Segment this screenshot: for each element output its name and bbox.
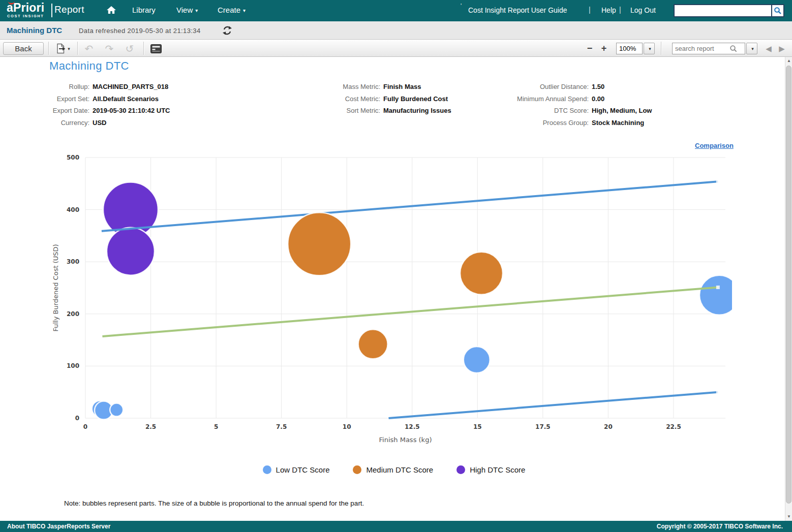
report-meta-column-3: Outlier Distance:1.50 Minimum Annual Spe… (488, 81, 652, 129)
global-search-input[interactable] (674, 4, 771, 17)
meta-value: 2019-05-30 21:10:42 UTC (93, 107, 170, 114)
brand-divider (51, 4, 52, 17)
meta-value: MACHINED_PARTS_018 (93, 83, 168, 90)
report-tab-bar: Machining DTC Data refreshed 2019-05-30 … (0, 21, 792, 40)
bubble-high-dtc-score (107, 228, 155, 275)
x-tick-label: 2.5 (145, 423, 156, 430)
nav-separator: | (619, 6, 621, 14)
meta-label: Process Group: (488, 119, 589, 127)
meta-row: Export Date:2019-05-30 21:10:42 UTC (31, 105, 170, 117)
meta-value: High, Medium, Low (592, 107, 652, 114)
toolbar-divider (48, 42, 49, 55)
vertical-scrollbar[interactable]: ▲ ▼ (785, 57, 792, 521)
copyright-text: Copyright © 2005-2017 TIBCO Software Inc… (657, 521, 783, 532)
nav-logout-link[interactable]: Log Out (630, 6, 656, 14)
options-panel-button[interactable] (147, 42, 165, 55)
y-tick-label: 100 (67, 362, 79, 369)
meta-row: DTC Score:High, Medium, Low (488, 105, 652, 117)
nav-library[interactable]: Library (132, 6, 156, 14)
meta-label: Outlier Distance: (488, 83, 589, 90)
meta-value: Finish Mass (383, 83, 421, 90)
chevron-down-icon: ▾ (243, 8, 246, 13)
meta-label: Export Date: (31, 107, 89, 114)
meta-value: 0.00 (592, 95, 604, 103)
y-tick-label: 300 (67, 258, 79, 265)
export-button[interactable]: ▾ (51, 42, 75, 55)
zoom-level-input[interactable] (616, 43, 643, 54)
nav-tick-mark: ' (461, 3, 462, 9)
zoom-out-button[interactable]: − (584, 42, 596, 55)
meta-value: 1.50 (592, 83, 604, 90)
x-tick-label: 5 (214, 423, 218, 430)
x-tick-label: 0 (83, 423, 87, 430)
report-search-input[interactable] (673, 45, 729, 52)
legend-label: Low DTC Score (276, 465, 330, 474)
nav-user-guide-link[interactable]: Cost Insight Report User Guide (468, 6, 567, 14)
nav-separator: | (589, 6, 591, 14)
nav-help-link[interactable]: Help (601, 6, 616, 14)
legend-dot-icon (353, 465, 361, 474)
trend-line-middle-trend (102, 287, 718, 336)
zoom-level-dropdown[interactable]: ▾ (644, 43, 655, 54)
y-tick-label: 0 (75, 415, 79, 422)
meta-row: Process Group:Stock Machining (488, 117, 652, 129)
meta-label: Minimum Annual Spend: (488, 95, 589, 103)
toolbar-divider (143, 42, 144, 55)
refresh-data-button[interactable] (222, 25, 233, 36)
meta-row: Sort Metric:Manufacturing Issues (310, 105, 451, 117)
meta-value: Fully Burdened Cost (383, 95, 448, 103)
meta-label: Rollup: (31, 83, 89, 90)
meta-value: Stock Machining (592, 119, 644, 127)
revert-button[interactable]: ↺ (120, 42, 139, 55)
scroll-up-icon[interactable]: ▲ (785, 57, 792, 65)
search-icon[interactable] (729, 45, 738, 53)
redo-button[interactable]: ↷ (100, 42, 119, 55)
y-tick-label: 200 (67, 310, 79, 318)
chevron-down-icon: ▾ (649, 46, 651, 51)
toolbar-divider (661, 42, 661, 55)
scroll-down-icon[interactable]: ▼ (785, 513, 792, 521)
report-meta-column-2: Mass Metric:Finish Mass Cost Metric:Full… (310, 81, 451, 117)
meta-row: Mass Metric:Finish Mass (310, 81, 451, 93)
meta-value: USD (93, 119, 106, 127)
bubble-medium-dtc-score (358, 329, 388, 359)
nav-create[interactable]: Create▾ (218, 6, 246, 14)
global-search-button[interactable] (771, 4, 784, 17)
undo-button[interactable]: ↶ (79, 42, 99, 55)
legend-label: Medium DTC Score (366, 465, 433, 474)
home-button[interactable] (106, 5, 116, 16)
meta-label: Cost Metric: (310, 95, 380, 103)
nav-view[interactable]: View▾ (176, 6, 198, 14)
report-tab-title[interactable]: Machining DTC (7, 26, 62, 35)
report-search-box (672, 43, 745, 54)
chart-legend: Low DTC ScoreMedium DTC ScoreHigh DTC Sc… (51, 465, 737, 474)
trend-line-lower-trend (388, 392, 718, 418)
scrollbar-thumb[interactable] (786, 66, 791, 504)
about-link[interactable]: About TIBCO JasperReports Server (7, 521, 110, 532)
bubble-low-dtc-score (464, 347, 490, 373)
search-icon (774, 7, 782, 15)
comparison-link[interactable]: Comparison (695, 142, 734, 149)
legend-dot-icon (263, 465, 271, 474)
previous-page-button[interactable]: ◀ (764, 42, 774, 55)
data-refreshed-status: Data refreshed 2019-05-30 at 21:13:34 (79, 27, 201, 35)
meta-label: Export Set: (31, 95, 89, 103)
refresh-icon (222, 25, 233, 36)
bubble-medium-dtc-score (288, 212, 351, 275)
report-toolbar: Back ▾ ↶ ↷ ↺ − + ▾ ▾ ◀ ▶ (0, 40, 792, 57)
x-axis-title: Finish Mass (kg) (379, 436, 432, 444)
meta-row: Currency:USD (31, 117, 170, 129)
meta-label: Currency: (31, 119, 89, 127)
zoom-in-button[interactable]: + (598, 42, 610, 55)
meta-label: DTC Score: (488, 107, 589, 114)
back-button[interactable]: Back (3, 42, 44, 55)
x-tick-label: 20 (604, 423, 613, 430)
y-tick-label: 500 (67, 154, 79, 161)
legend-item: Low DTC Score (263, 465, 330, 474)
next-page-button[interactable]: ▶ (777, 42, 787, 55)
x-tick-label: 7.5 (276, 423, 287, 430)
trend-line-end-marker (716, 390, 720, 394)
plot-area (92, 180, 737, 420)
report-search-dropdown[interactable]: ▾ (746, 43, 757, 54)
x-tick-label: 12.5 (405, 423, 420, 430)
